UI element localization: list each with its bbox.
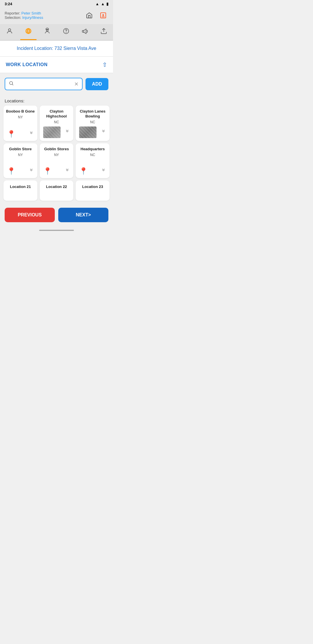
clear-icon[interactable]: ✕	[74, 81, 79, 87]
search-box: ✕	[5, 78, 83, 90]
search-area: ✕ ADD	[0, 73, 113, 95]
home-button[interactable]	[84, 10, 94, 21]
location-card-goblin-stores[interactable]: Goblin Stores NY 📍	[40, 143, 74, 178]
locations-label: Locations:	[0, 95, 113, 106]
location-card-location-21[interactable]: Location 21	[3, 180, 37, 201]
card-title: Goblin Stores	[44, 147, 69, 152]
worker-icon	[44, 28, 51, 36]
header: Reporter: Peter Smith Selection: Injury/…	[0, 8, 113, 24]
tab-person[interactable]	[1, 26, 18, 40]
status-time: 3:24	[5, 2, 12, 6]
home-indicator	[0, 227, 113, 234]
globe-icon	[25, 28, 32, 36]
incident-location-text: Incident Location: 732 Sierra Vista Ave	[17, 46, 96, 51]
chevron-down-icon	[29, 131, 34, 137]
person-icon	[6, 28, 13, 36]
home-bar	[39, 230, 74, 231]
chevron-down-icon	[65, 168, 70, 174]
card-bottom: 📍	[78, 167, 107, 175]
export-button[interactable]	[98, 10, 108, 21]
card-state: NY	[18, 153, 23, 157]
pin-icon: 📍	[79, 167, 88, 175]
chevron-down-icon	[101, 168, 106, 174]
location-grid: Booboo B Gone NY 📍 Clayton Highschool NC	[0, 106, 113, 204]
card-state: NY	[54, 153, 59, 157]
location-card-goblin-store[interactable]: Goblin Store NY 📍	[3, 143, 37, 178]
reporter-name: Peter Smith	[21, 11, 41, 15]
header-icons	[84, 10, 108, 21]
tab-globe[interactable]	[20, 26, 37, 40]
reporter-label: Reporter:	[5, 11, 20, 15]
location-card-location-23[interactable]: Location 23	[76, 180, 110, 201]
card-bottom	[78, 126, 107, 138]
location-card-booboo-b-gone[interactable]: Booboo B Gone NY 📍	[3, 106, 37, 141]
question-icon	[63, 28, 70, 36]
card-state: NC	[90, 153, 95, 157]
work-location-header[interactable]: WORK LOCATION ⇧	[0, 57, 113, 73]
card-bottom	[42, 126, 71, 138]
location-card-headquarters[interactable]: Headquarters NC 📍	[76, 143, 110, 178]
add-button[interactable]: ADD	[85, 78, 108, 90]
pin-icon: 📍	[7, 167, 16, 175]
card-thumbnail	[43, 126, 61, 138]
chevron-up-icon: ⇧	[102, 61, 107, 68]
chevron-down-icon	[65, 129, 70, 135]
upload-icon	[100, 28, 107, 36]
location-card-clayton-lanes-bowling[interactable]: Clayton Lanes Bowling NC	[76, 106, 110, 141]
reporter-line: Reporter: Peter Smith	[5, 11, 43, 15]
location-card-location-22[interactable]: Location 22	[40, 180, 74, 201]
battery-icon: ▮	[106, 2, 108, 6]
tab-question[interactable]	[58, 26, 74, 40]
bottom-buttons: PREVIOUS NEXT>	[0, 204, 113, 227]
card-state: NY	[18, 115, 23, 119]
pin-icon: 📍	[7, 130, 16, 138]
card-bottom: 📍	[42, 167, 71, 175]
svg-rect-4	[46, 29, 48, 30]
selection-label: Selection:	[5, 15, 21, 20]
wifi-icon: ▲	[101, 2, 105, 6]
card-title: Headquarters	[81, 147, 105, 152]
card-state: NC	[90, 120, 95, 124]
card-title: Location 23	[82, 184, 103, 189]
search-icon	[9, 81, 14, 87]
header-info: Reporter: Peter Smith Selection: Injury/…	[5, 11, 43, 20]
selection-value: Injury/Illness	[22, 15, 43, 20]
tab-megaphone[interactable]	[77, 26, 93, 40]
svg-point-8	[10, 82, 13, 85]
incident-banner: Incident Location: 732 Sierra Vista Ave	[0, 41, 113, 57]
selection-line: Selection: Injury/Illness	[5, 15, 43, 20]
card-title: Clayton Highschool	[42, 109, 71, 119]
pin-icon: 📍	[43, 167, 52, 175]
nav-tabs	[0, 24, 113, 41]
svg-point-6	[66, 32, 66, 32]
search-input[interactable]	[16, 82, 72, 86]
card-title: Location 22	[46, 184, 67, 189]
next-button[interactable]: NEXT>	[58, 208, 108, 222]
megaphone-icon	[81, 28, 88, 36]
card-state: NC	[54, 120, 59, 124]
chevron-down-icon	[101, 129, 106, 135]
location-card-clayton-highschool[interactable]: Clayton Highschool NC	[40, 106, 74, 141]
previous-button[interactable]: PREVIOUS	[5, 208, 55, 222]
tab-upload[interactable]	[96, 26, 112, 40]
card-title: Booboo B Gone	[6, 109, 35, 114]
card-title: Location 21	[10, 184, 31, 189]
card-title: Goblin Store	[9, 147, 32, 152]
signal-icon: ▲	[95, 2, 99, 6]
section-title: WORK LOCATION	[6, 62, 48, 67]
card-title: Clayton Lanes Bowling	[78, 109, 107, 119]
svg-point-1	[8, 29, 11, 31]
card-thumbnail	[79, 126, 97, 138]
card-bottom: 📍	[6, 167, 35, 175]
chevron-down-icon	[29, 168, 34, 174]
status-bar: 3:24 ▲ ▲ ▮	[0, 0, 113, 8]
card-bottom: 📍	[6, 130, 35, 138]
tab-worker[interactable]	[39, 26, 55, 40]
